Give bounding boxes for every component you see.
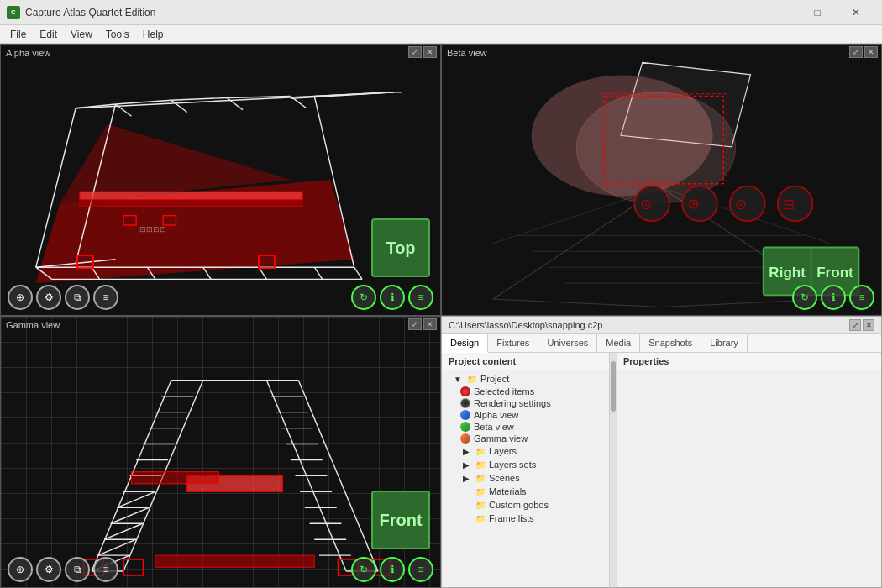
alpha-refresh-button[interactable]: ↻ bbox=[351, 285, 376, 310]
tab-fixtures[interactable]: Fixtures bbox=[488, 334, 538, 352]
gobos-folder-icon: 📁 bbox=[475, 499, 486, 511]
menu-view[interactable]: View bbox=[64, 27, 99, 42]
tree-item-layers[interactable]: ▶ 📁 Layers bbox=[442, 444, 609, 458]
alpha-close-button[interactable]: ✕ bbox=[423, 46, 437, 58]
alpha-undock-button[interactable]: ⤢ bbox=[408, 46, 422, 58]
tab-media[interactable]: Media bbox=[597, 334, 640, 352]
tree-item-scenes[interactable]: ▶ 📁 Scenes bbox=[442, 471, 609, 485]
gobos-spacer bbox=[460, 499, 472, 511]
tree-label-rendering: Rendering settings bbox=[474, 398, 551, 408]
tree-item-project[interactable]: ▼ 📁 Project bbox=[442, 372, 609, 386]
beta-undock-button[interactable]: ⤢ bbox=[849, 46, 863, 58]
close-button[interactable]: ✕ bbox=[837, 0, 875, 25]
beta-close-button[interactable]: ✕ bbox=[864, 46, 878, 58]
alpha-list-button[interactable]: ≡ bbox=[93, 285, 118, 310]
gamma-view-right-controls: ↻ ℹ ≡ bbox=[351, 557, 433, 582]
beta-menu-button[interactable]: ≡ bbox=[849, 285, 874, 310]
tree-item-gobos[interactable]: 📁 Custom gobos bbox=[442, 498, 609, 512]
gamma-undock-button[interactable]: ⤢ bbox=[408, 318, 422, 330]
tree-item-rendering[interactable]: Rendering settings bbox=[442, 397, 609, 409]
window-controls: ─ □ ✕ bbox=[759, 0, 875, 25]
folder-icon: 📁 bbox=[466, 373, 478, 385]
tree-scroll-thumb[interactable] bbox=[611, 361, 616, 412]
main-layout: Alpha view ⤢ ✕ bbox=[0, 44, 882, 588]
beta-view-top-controls: ⤢ ✕ bbox=[849, 46, 878, 58]
gamma-target-button[interactable]: ⊕ bbox=[8, 557, 33, 582]
maximize-button[interactable]: □ bbox=[798, 0, 837, 25]
beta-bottom-controls: ↻ ℹ ≡ bbox=[442, 285, 881, 310]
tab-library[interactable]: Library bbox=[701, 334, 748, 352]
alpha-settings-button[interactable]: ⚙ bbox=[36, 285, 61, 310]
svg-rect-29 bbox=[80, 192, 302, 199]
tree-item-layers-sets[interactable]: ▶ 📁 Layers sets bbox=[442, 458, 609, 471]
tree-item-beta[interactable]: Beta view bbox=[442, 421, 609, 433]
beta-refresh-button[interactable]: ↻ bbox=[792, 285, 817, 310]
beta-view-right-controls: ↻ ℹ ≡ bbox=[792, 285, 874, 310]
tree-label-gamma: Gamma view bbox=[474, 433, 528, 444]
gamma-info-button[interactable]: ℹ bbox=[380, 557, 405, 582]
tree-label-selected: Selected items bbox=[474, 386, 534, 396]
tree-scrollbar[interactable] bbox=[610, 353, 617, 587]
alpha-info-button[interactable]: ℹ bbox=[380, 285, 405, 310]
gamma-camera-button[interactable]: ⧉ bbox=[65, 557, 90, 582]
minimize-button[interactable]: ─ bbox=[759, 0, 798, 25]
panel-undock-button[interactable]: ⤢ bbox=[849, 319, 861, 331]
gamma-refresh-button[interactable]: ↻ bbox=[351, 557, 376, 582]
framelists-folder-icon: 📁 bbox=[475, 512, 486, 524]
panel-window-controls: ⤢ ✕ bbox=[849, 319, 874, 331]
panel-close-button[interactable]: ✕ bbox=[863, 319, 874, 331]
svg-rect-142 bbox=[131, 472, 218, 484]
svg-text:⚙: ⚙ bbox=[687, 197, 700, 213]
beta-info-button[interactable]: ℹ bbox=[821, 285, 846, 310]
gamma-view-panel: Gamma view ⤢ ✕ bbox=[0, 316, 441, 588]
tree-label-layers-sets: Layers sets bbox=[489, 459, 536, 470]
tab-snapshots[interactable]: Snapshots bbox=[640, 334, 701, 352]
alpha-view-panel: Alpha view ⤢ ✕ bbox=[0, 44, 441, 316]
svg-text:⊡⊡⊡⊡: ⊡⊡⊡⊡ bbox=[139, 224, 166, 234]
tab-universes[interactable]: Universes bbox=[538, 334, 597, 352]
tree-item-alpha[interactable]: Alpha view bbox=[442, 409, 609, 421]
menu-file[interactable]: File bbox=[3, 27, 33, 42]
gamma-view-orientation-cube[interactable]: Front bbox=[371, 491, 430, 549]
alpha-view-orientation-cube[interactable]: Top bbox=[371, 218, 430, 277]
tree-label-alpha: Alpha view bbox=[474, 410, 518, 420]
rendering-icon bbox=[460, 398, 470, 408]
beta-view-icon bbox=[460, 422, 470, 432]
alpha-menu-button[interactable]: ≡ bbox=[408, 285, 433, 310]
tree-item-selected[interactable]: Selected items bbox=[442, 386, 609, 397]
gamma-list-button[interactable]: ≡ bbox=[93, 557, 118, 582]
tree-item-gamma[interactable]: Gamma view bbox=[442, 433, 609, 444]
tree-item-materials[interactable]: 📁 Materials bbox=[442, 485, 609, 498]
menu-help[interactable]: Help bbox=[136, 27, 171, 42]
alpha-bottom-controls: ⊕ ⚙ ⧉ ≡ ↻ ℹ ≡ bbox=[1, 285, 440, 310]
alpha-view-left-controls: ⊕ ⚙ ⧉ ≡ bbox=[8, 285, 118, 310]
gamma-menu-button[interactable]: ≡ bbox=[408, 557, 433, 582]
svg-text:⊙: ⊙ bbox=[735, 197, 747, 213]
menu-edit[interactable]: Edit bbox=[33, 27, 64, 42]
tab-design[interactable]: Design bbox=[442, 334, 488, 353]
project-content-header: Project content bbox=[442, 353, 609, 370]
tree-item-framelists[interactable]: 📁 Frame lists bbox=[442, 512, 609, 525]
svg-rect-98 bbox=[12, 317, 428, 587]
tree-label-materials: Materials bbox=[489, 486, 527, 496]
project-tree-section: Project content ▼ 📁 Project Selected ite… bbox=[442, 353, 610, 587]
design-tabs: Design Fixtures Universes Media Snapshot… bbox=[442, 334, 881, 353]
expand-icon: ▼ bbox=[452, 373, 464, 385]
gamma-settings-button[interactable]: ⚙ bbox=[36, 557, 61, 582]
tree-label-layers: Layers bbox=[489, 446, 517, 456]
alpha-target-button[interactable]: ⊕ bbox=[8, 285, 33, 310]
svg-text:Front: Front bbox=[816, 265, 853, 281]
gamma-view-icon bbox=[460, 433, 470, 444]
menu-tools[interactable]: Tools bbox=[99, 27, 136, 42]
alpha-camera-button[interactable]: ⧉ bbox=[65, 285, 90, 310]
materials-spacer bbox=[460, 486, 472, 497]
app-title: Capture Atlas Quartet Edition bbox=[25, 7, 759, 18]
tree-label-scenes: Scenes bbox=[489, 473, 520, 483]
alpha-view-right-controls: ↻ ℹ ≡ bbox=[351, 285, 433, 310]
layersets-folder-icon: 📁 bbox=[475, 459, 486, 470]
beta-view-canvas: ⊙ ⚙ ⊙ ⊟ Right Front bbox=[442, 45, 881, 315]
project-tree-body: ▼ 📁 Project Selected items Rendering bbox=[442, 370, 609, 587]
selected-items-icon bbox=[460, 386, 470, 396]
scenes-expand-icon: ▶ bbox=[460, 472, 472, 484]
gamma-close-button[interactable]: ✕ bbox=[423, 318, 437, 330]
